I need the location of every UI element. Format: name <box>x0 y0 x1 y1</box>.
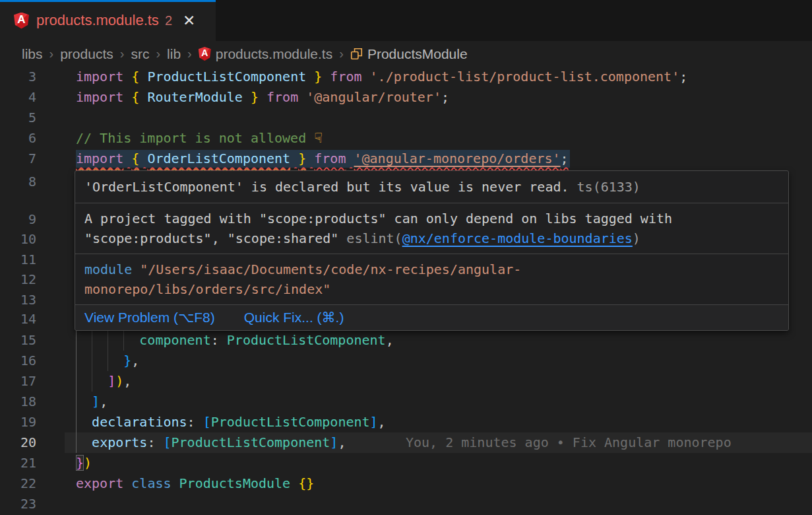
token: } <box>251 89 259 105</box>
code-line-23[interactable]: 23 <box>0 494 812 514</box>
tab-products-module-ts[interactable]: A products.module.ts 2 ✕ <box>0 0 216 41</box>
breadcrumb-label: ProductsModule <box>367 46 468 62</box>
token: { <box>131 151 139 166</box>
code-text: }) <box>76 453 92 473</box>
token: from <box>330 69 361 85</box>
token: ProductsModule <box>179 475 291 491</box>
token <box>172 475 179 491</box>
hover-message-3: module "/Users/isaac/Documents/code/nx-r… <box>75 254 788 305</box>
code-line-6[interactable]: 6// This import is not allowed ☟ <box>0 128 812 149</box>
chevron-right-icon: › <box>156 46 160 61</box>
code-line-15[interactable]: 15 component: ProductListComponent, <box>0 330 812 351</box>
token: './product-list/product-list.component' <box>370 69 680 85</box>
token: // This import is not allowed <box>76 130 314 146</box>
line-number: 15 <box>0 330 36 351</box>
token: component <box>139 332 210 348</box>
code-text: component: ProductListComponent, <box>76 330 394 351</box>
tab-duplicate-badge: 2 <box>165 13 172 28</box>
code-editor[interactable]: 3import { ProductListComponent } from '.… <box>0 67 812 515</box>
chevron-right-icon: › <box>187 46 192 61</box>
hover-text: 'OrderListComponent' is declared but its… <box>84 179 569 195</box>
token: ; <box>561 151 569 166</box>
code-line-3[interactable]: 3import { ProductListComponent } from '.… <box>0 67 812 87</box>
hover-text: monorepo/libs/orders/src/index" <box>84 281 330 297</box>
git-blame-annotation: You, 2 minutes ago • Fix Angular monorep… <box>406 432 732 453</box>
breadcrumb-item-src[interactable]: src <box>131 46 149 62</box>
line-number: 3 <box>0 67 36 87</box>
breadcrumb-item-productsmodule[interactable]: ProductsModule <box>350 46 468 62</box>
token <box>76 434 92 450</box>
hover-text: module <box>84 261 132 277</box>
breadcrumb-label: products <box>60 46 113 62</box>
token: RouterModule <box>147 89 243 105</box>
code-line-7[interactable]: 7import { OrderListComponent } from '@an… <box>0 149 812 169</box>
token <box>123 69 131 85</box>
angular-file-icon: A <box>199 47 211 61</box>
breadcrumb: libs›products›src›lib›Aproducts.module.t… <box>0 41 812 67</box>
token: } <box>314 69 322 85</box>
chevron-right-icon: › <box>120 46 125 61</box>
code-line-19[interactable]: 19 declarations: [ProductListComponent], <box>0 412 812 432</box>
code-line-5[interactable]: 5 <box>0 108 812 128</box>
eslint-rule-link[interactable]: @nx/enforce-module-boundaries <box>402 230 633 246</box>
code-line-18[interactable]: 18 ], <box>0 392 812 412</box>
hover-text: A project tagged with "scope:products" c… <box>84 211 672 226</box>
quick-fix-action[interactable]: Quick Fix... (⌘.) <box>244 310 344 326</box>
token <box>346 151 354 166</box>
code-line-21[interactable]: 21}) <box>0 453 812 473</box>
token: } <box>298 151 306 166</box>
token: ProductListComponent <box>147 69 306 85</box>
token: : <box>211 332 227 348</box>
token: ] <box>330 434 338 450</box>
hover-text: "scope:products", "scope:shared" <box>84 230 346 246</box>
token: ProductListComponent <box>211 414 370 430</box>
token: exports <box>92 434 147 450</box>
hover-text: ts(6133) <box>569 179 640 195</box>
token: '@angular-monorepo/orders' <box>354 151 561 166</box>
problem-hover-popup: 'OrderListComponent' is declared but its… <box>75 170 789 331</box>
token <box>123 89 131 105</box>
breadcrumb-item-lib[interactable]: lib <box>167 46 181 62</box>
token: import <box>76 151 123 166</box>
token: ProductListComponent <box>227 332 386 348</box>
token: ) <box>115 373 123 389</box>
tab-close-icon[interactable]: ✕ <box>183 13 195 28</box>
line-number: 12 <box>0 269 36 290</box>
code-text: import { OrderListComponent } from '@ang… <box>76 149 570 169</box>
code-line-17[interactable]: 17 ]), <box>0 371 812 392</box>
breadcrumb-item-products[interactable]: products <box>60 46 113 62</box>
breadcrumb-item-libs[interactable]: libs <box>22 46 43 62</box>
breadcrumb-label: src <box>131 46 149 62</box>
token: {} <box>298 475 314 491</box>
token: OrderListComponent <box>147 151 290 166</box>
token <box>259 89 266 105</box>
token: } <box>76 455 84 471</box>
token <box>243 89 251 105</box>
code-line-20[interactable]: 20 exports: [ProductListComponent],You, … <box>0 432 812 453</box>
view-problem-action[interactable]: View Problem (⌥F8) <box>84 310 215 326</box>
token: ] <box>92 394 100 409</box>
token <box>76 353 123 368</box>
tab-label: products.module.ts <box>36 12 159 29</box>
token: { <box>131 89 139 105</box>
hover-text: "/Users/isaac/Documents/code/nx-recipes/… <box>132 261 521 277</box>
token: from <box>266 89 298 105</box>
token: class <box>131 475 171 491</box>
token: , <box>100 394 108 409</box>
breadcrumb-label: lib <box>167 46 181 62</box>
code-line-22[interactable]: 22export class ProductsModule {} <box>0 473 812 494</box>
warning-squiggle-segment: import { OrderListComponent } <box>76 151 306 166</box>
hover-message-1: 'OrderListComponent' is declared but its… <box>75 171 788 203</box>
token <box>322 69 330 85</box>
token: import <box>76 89 123 105</box>
token: ] <box>370 414 378 430</box>
code-line-4[interactable]: 4import { RouterModule } from '@angular/… <box>0 87 812 108</box>
code-line-16[interactable]: 16 }, <box>0 351 812 371</box>
token: , <box>131 353 139 368</box>
token <box>306 151 314 166</box>
angular-file-icon: A <box>14 13 29 29</box>
line-number: 20 <box>0 432 36 453</box>
breadcrumb-item-products-module-ts[interactable]: Aproducts.module.ts <box>199 46 332 62</box>
code-text: import { RouterModule } from '@angular/r… <box>76 87 449 108</box>
token: [ <box>163 434 171 450</box>
